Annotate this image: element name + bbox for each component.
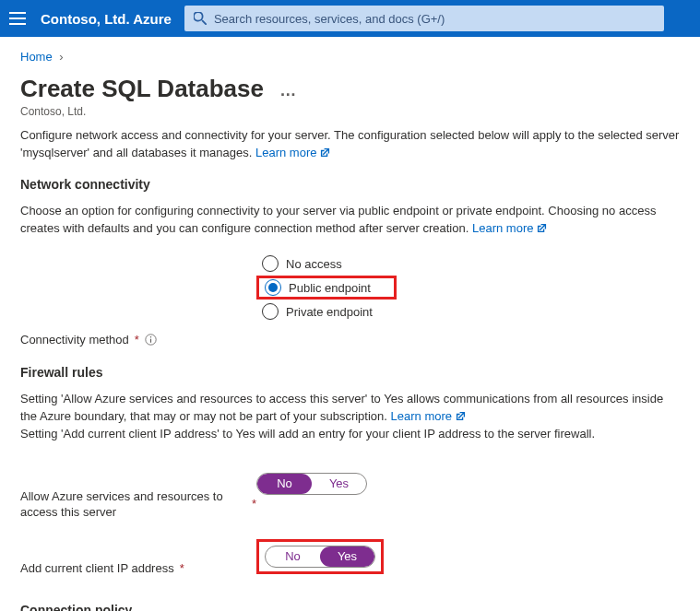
- toggle-option-no[interactable]: No: [257, 474, 312, 494]
- connectivity-method-label: Connectivity method *: [20, 333, 256, 347]
- info-icon[interactable]: [145, 334, 157, 346]
- radio-icon: [265, 279, 281, 296]
- page-title-text: Create SQL Database: [20, 75, 264, 102]
- external-link-icon: [320, 147, 330, 158]
- allow-azure-label: Allow Azure services and resources to ac…: [20, 473, 256, 521]
- firewall-desc2-text: Setting 'Add current client IP address' …: [20, 427, 595, 441]
- radio-option-no-access[interactable]: No access: [256, 252, 680, 276]
- page-title: Create SQL Database …: [20, 71, 680, 105]
- network-connectivity-heading: Network connectivity: [20, 177, 680, 192]
- page-subtitle: Contoso, Ltd.: [20, 105, 680, 118]
- search-icon: [194, 12, 207, 25]
- allow-azure-toggle-wrap: No Yes: [256, 473, 367, 495]
- firewall-description: Setting 'Allow Azure services and resour…: [20, 391, 680, 443]
- external-link-icon: [537, 223, 547, 233]
- learn-more-link[interactable]: Learn more: [391, 409, 466, 423]
- add-client-ip-label: Add current client IP address *: [20, 539, 256, 577]
- radio-label: Public endpoint: [289, 281, 371, 295]
- radio-label: No access: [286, 257, 342, 271]
- svg-point-2: [150, 336, 151, 337]
- firewall-rules-heading: Firewall rules: [20, 365, 680, 380]
- breadcrumb-home-link[interactable]: Home: [20, 50, 53, 64]
- learn-more-link[interactable]: Learn more: [255, 146, 330, 159]
- radio-icon: [262, 255, 279, 272]
- search-input[interactable]: [214, 12, 655, 26]
- connectivity-method-row: Connectivity method *: [20, 333, 680, 347]
- required-indicator: *: [252, 497, 256, 512]
- network-description: Choose an option for configuring connect…: [20, 203, 680, 238]
- tenant-name[interactable]: Contoso, Ltd. Azure: [41, 11, 172, 27]
- learn-more-link[interactable]: Learn more: [472, 221, 547, 235]
- hamburger-menu-icon[interactable]: [9, 9, 28, 28]
- required-indicator: *: [135, 333, 139, 347]
- external-link-icon: [456, 411, 466, 421]
- radio-icon: [262, 303, 279, 320]
- global-search[interactable]: [184, 6, 664, 31]
- required-indicator: *: [180, 561, 184, 577]
- allow-azure-toggle[interactable]: No Yes: [256, 473, 367, 495]
- network-desc-text: Choose an option for configuring connect…: [20, 204, 656, 235]
- radio-option-private-endpoint[interactable]: Private endpoint: [256, 300, 680, 323]
- connectivity-method-radio-group: No access Public endpoint Private endpoi…: [256, 252, 680, 323]
- radio-option-public-endpoint[interactable]: Public endpoint: [256, 276, 397, 300]
- intro-text: Configure network access and connectivit…: [20, 128, 679, 159]
- chevron-right-icon: ›: [55, 50, 63, 64]
- highlight-box: No Yes: [256, 539, 384, 574]
- top-navigation-bar: Contoso, Ltd. Azure: [0, 0, 700, 37]
- toggle-option-yes[interactable]: Yes: [312, 474, 366, 494]
- breadcrumb: Home ›: [0, 37, 700, 71]
- intro-description: Configure network access and connectivit…: [20, 127, 680, 162]
- svg-rect-1: [150, 339, 151, 343]
- more-actions-icon[interactable]: …: [270, 81, 298, 100]
- connection-policy-heading: Connection policy: [20, 603, 680, 611]
- add-client-ip-toggle[interactable]: No Yes: [265, 546, 375, 568]
- firewall-desc1-text: Setting 'Allow Azure services and resour…: [20, 392, 663, 423]
- toggle-option-no[interactable]: No: [266, 546, 320, 567]
- main-content: Create SQL Database … Contoso, Ltd. Conf…: [0, 71, 700, 611]
- toggle-option-yes[interactable]: Yes: [320, 546, 374, 567]
- radio-label: Private endpoint: [286, 305, 373, 319]
